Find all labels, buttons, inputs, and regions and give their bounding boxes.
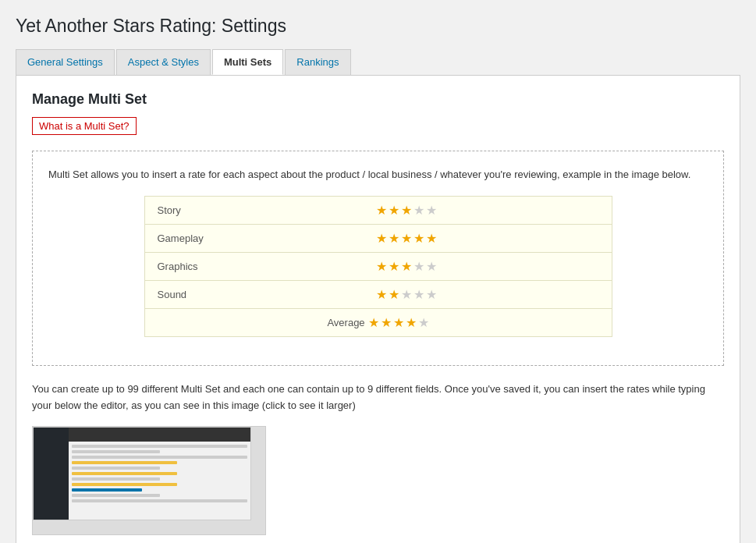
- star: ★: [376, 259, 387, 274]
- screenshot-thumbnail[interactable]: [32, 426, 266, 535]
- label-story: Story: [158, 204, 376, 216]
- star: ★: [389, 287, 399, 302]
- content-area: Manage Multi Set What is a Multi Set? Mu…: [16, 76, 740, 543]
- mock-line-blue: [72, 488, 142, 492]
- tab-general-settings[interactable]: General Settings: [16, 49, 115, 75]
- star: ★: [389, 231, 399, 246]
- star: ★: [376, 231, 387, 246]
- star: ★: [376, 203, 387, 218]
- star: ★: [389, 203, 399, 218]
- star: ★: [426, 203, 437, 218]
- star: ★: [401, 203, 412, 218]
- stars-sound: ★ ★ ★ ★ ★: [376, 287, 437, 302]
- mock-line: [72, 499, 247, 502]
- label-sound: Sound: [158, 289, 376, 300]
- mock-line: [72, 450, 160, 453]
- mock-line: [72, 445, 247, 448]
- nav-tabs: General Settings Aspect & Styles Multi S…: [16, 49, 740, 76]
- info-description: Multi Set allows you to insert a rate fo…: [48, 167, 708, 183]
- mock-content: [69, 442, 250, 520]
- star: ★: [393, 315, 404, 330]
- star: ★: [376, 287, 387, 302]
- mock-header: [69, 428, 250, 442]
- mock-line-yellow: [72, 472, 177, 475]
- label-graphics: Graphics: [158, 261, 376, 272]
- star: ★: [413, 259, 424, 274]
- info-box: Multi Set allows you to insert a rate fo…: [32, 151, 724, 366]
- tab-rankings[interactable]: Rankings: [285, 49, 350, 75]
- stars-gameplay: ★ ★ ★ ★ ★: [376, 231, 437, 246]
- mock-line-yellow: [72, 461, 177, 464]
- rating-row-sound: Sound ★ ★ ★ ★ ★: [145, 281, 612, 309]
- stars-graphics: ★ ★ ★ ★ ★: [376, 259, 437, 274]
- star: ★: [426, 259, 437, 274]
- star: ★: [413, 287, 424, 302]
- rating-row-graphics: Graphics ★ ★ ★ ★ ★: [145, 253, 612, 281]
- rating-row-gameplay: Gameplay ★ ★ ★ ★ ★: [145, 225, 612, 253]
- bottom-description: You can create up to 99 different Multi …: [32, 382, 724, 414]
- star: ★: [418, 315, 429, 330]
- stars-average: ★ ★ ★ ★ ★: [368, 315, 429, 330]
- tab-multi-sets[interactable]: Multi Sets: [212, 49, 283, 75]
- mock-line: [72, 477, 160, 481]
- star: ★: [413, 231, 424, 246]
- star: ★: [413, 203, 424, 218]
- star: ★: [368, 315, 379, 330]
- star: ★: [401, 231, 412, 246]
- label-gameplay: Gameplay: [158, 232, 376, 244]
- mock-line: [72, 494, 160, 497]
- rating-row-average: Average ★ ★ ★ ★ ★: [145, 309, 612, 336]
- rating-demo-table: Story ★ ★ ★ ★ ★ Gameplay ★ ★ ★: [144, 196, 612, 337]
- star: ★: [406, 315, 417, 330]
- stars-story: ★ ★ ★ ★ ★: [376, 203, 437, 218]
- star: ★: [381, 315, 392, 330]
- page-title: Yet Another Stars Rating: Settings: [16, 16, 740, 37]
- star: ★: [389, 259, 399, 274]
- what-is-multiset-link[interactable]: What is a Multi Set?: [32, 117, 137, 135]
- star: ★: [401, 259, 412, 274]
- star: ★: [426, 287, 437, 302]
- mock-sidebar: [34, 428, 69, 520]
- mock-line: [72, 456, 247, 459]
- mock-screen-inner: [33, 427, 251, 520]
- star: ★: [426, 231, 437, 246]
- section-title: Manage Multi Set: [32, 91, 724, 108]
- average-label: Average: [327, 317, 364, 328]
- mock-line-yellow: [72, 483, 177, 486]
- mock-line: [72, 467, 160, 470]
- star: ★: [401, 287, 412, 302]
- rating-row-story: Story ★ ★ ★ ★ ★: [145, 197, 612, 225]
- tab-aspect-styles[interactable]: Aspect & Styles: [116, 49, 211, 75]
